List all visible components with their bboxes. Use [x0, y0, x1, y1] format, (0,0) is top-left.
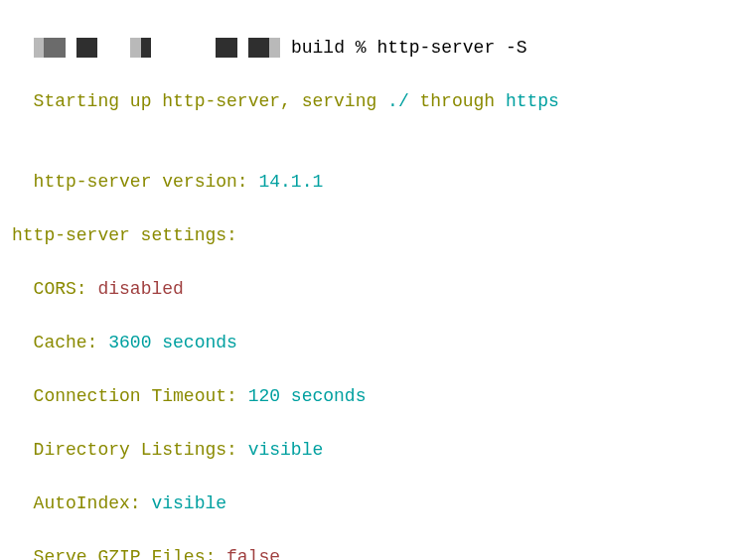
startup-proto: https: [506, 91, 559, 111]
autoidx-line: AutoIndex: visible: [12, 464, 733, 517]
command-text: http-server -S: [376, 38, 526, 58]
ctimeout-line: Connection Timeout: 120 seconds: [12, 356, 733, 410]
cors-line: CORS: disabled: [12, 249, 733, 303]
prompt-line[interactable]: [ build % http-server -S: [12, 8, 733, 62]
settings-header: http-server settings:: [12, 222, 733, 249]
prompt-sep: %: [356, 38, 377, 58]
startup-text-1: Starting up http-server, serving: [34, 91, 387, 111]
cache-value: 3600 seconds: [108, 333, 237, 352]
spacer: [12, 196, 733, 222]
version-label: http-server version:: [34, 172, 259, 192]
autoidx-label: AutoIndex:: [34, 493, 152, 513]
ctimeout-value: 120 seconds: [248, 386, 367, 406]
startup-through: through: [409, 91, 506, 111]
prompt-dir: build: [280, 38, 356, 58]
dirlist-line: Directory Listings: visible: [12, 410, 733, 464]
cors-value: disabled: [97, 279, 183, 299]
gzip-label: Serve GZIP Files:: [34, 547, 226, 560]
ctimeout-label: Connection Timeout:: [34, 386, 248, 406]
version-line: http-server version: 14.1.1: [12, 142, 733, 196]
startup-path: ./: [387, 91, 409, 111]
dirlist-value: visible: [248, 440, 324, 460]
startup-line: Starting up http-server, serving ./ thro…: [12, 62, 733, 115]
prompt-redacted: [: [34, 38, 281, 58]
cache-line: Cache: 3600 seconds: [12, 303, 733, 356]
dirlist-label: Directory Listings:: [34, 440, 248, 460]
spacer: [12, 115, 733, 142]
version-value: 14.1.1: [258, 172, 323, 192]
gzip-line: Serve GZIP Files: false: [12, 517, 733, 560]
cors-label: CORS:: [34, 279, 98, 299]
gzip-value: false: [226, 547, 280, 560]
autoidx-value: visible: [151, 493, 226, 513]
cache-label: Cache:: [34, 333, 109, 352]
